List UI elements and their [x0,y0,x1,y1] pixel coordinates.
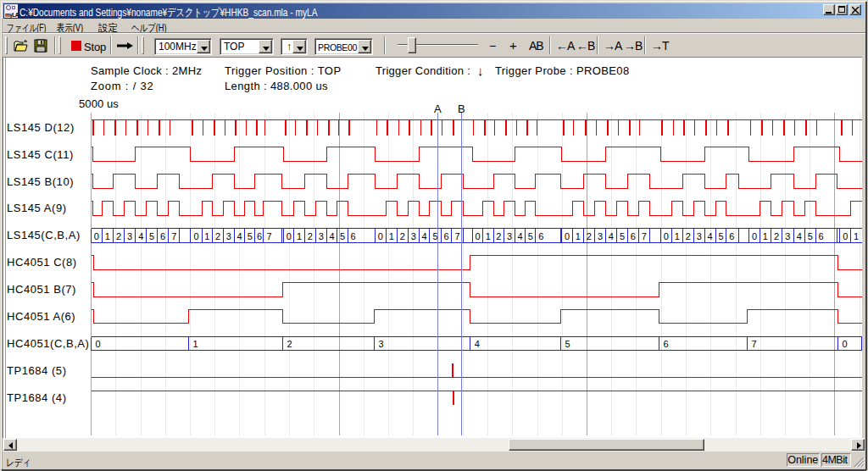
svg-text:4: 4 [707,231,712,241]
svg-text:7: 7 [642,231,647,241]
svg-text:6: 6 [819,231,824,241]
svg-text:1: 1 [389,231,394,241]
svg-text:0: 0 [94,231,99,241]
svg-text:0: 0 [752,231,757,241]
svg-text:5: 5 [565,339,570,349]
svg-text:0: 0 [843,339,848,349]
svg-text:LS145 A(9): LS145 A(9) [7,202,67,214]
svg-text:1: 1 [576,231,581,241]
svg-text:1: 1 [204,231,209,241]
svg-text:1: 1 [193,339,198,349]
svg-text:3: 3 [379,339,384,349]
svg-text:5: 5 [718,231,723,241]
svg-text:1: 1 [675,231,680,241]
svg-text:2: 2 [400,231,405,241]
svg-text:A: A [434,103,442,115]
svg-text:LS145 D(12): LS145 D(12) [7,121,75,134]
svg-text:7: 7 [266,231,271,241]
svg-text:3: 3 [507,231,512,241]
svg-text:6: 6 [631,231,636,241]
svg-text:1: 1 [763,231,768,241]
svg-text:0: 0 [378,231,383,241]
svg-text:3: 3 [411,231,416,241]
svg-text:4: 4 [138,231,143,241]
svg-text:LS145(C,B,A): LS145(C,B,A) [7,229,81,241]
svg-text:2: 2 [496,231,501,241]
svg-text:TP1684 (5): TP1684 (5) [7,364,67,377]
svg-text:0: 0 [565,231,570,241]
svg-text:2: 2 [686,231,691,241]
svg-text:3: 3 [226,231,231,241]
svg-text:TP1684 (4): TP1684 (4) [7,391,67,404]
svg-text:HC4051 B(7): HC4051 B(7) [7,283,76,296]
svg-text:LS145 B(10): LS145 B(10) [7,175,74,188]
svg-text:4: 4 [236,231,242,241]
svg-text:B: B [458,103,465,115]
svg-text:5: 5 [432,231,437,241]
svg-text:3: 3 [127,231,132,241]
svg-text:0: 0 [287,231,292,241]
svg-text:4: 4 [797,231,802,241]
svg-text:6: 6 [443,231,448,241]
svg-text:2: 2 [587,231,592,241]
svg-text:6: 6 [257,231,262,241]
svg-text:6: 6 [160,231,165,241]
svg-text:Length : 488.000 us: Length : 488.000 us [225,80,328,92]
svg-text:7: 7 [171,231,176,241]
svg-text:Trigger Position : TOP: Trigger Position : TOP [225,64,342,77]
svg-text:6: 6 [664,339,669,349]
svg-text:5: 5 [149,231,154,241]
svg-text:3: 3 [598,231,603,241]
svg-text:4: 4 [609,231,614,241]
svg-text:5: 5 [808,231,813,241]
svg-text:2: 2 [215,231,220,241]
svg-text:HC4051(C,B,A): HC4051(C,B,A) [7,337,89,350]
svg-text:Sample Clock : 2MHz: Sample Clock : 2MHz [91,64,202,77]
svg-text:5: 5 [620,231,625,241]
svg-text:5: 5 [528,231,533,241]
svg-text:6: 6 [538,231,543,241]
svg-text:HC4051 A(6): HC4051 A(6) [7,310,75,323]
svg-text:2: 2 [308,231,313,241]
svg-text:7: 7 [752,339,757,349]
svg-text:0: 0 [843,231,848,241]
svg-text:6: 6 [729,231,734,241]
svg-text:2: 2 [287,339,292,349]
svg-text:Trigger Probe : PROBE08: Trigger Probe : PROBE08 [495,64,630,77]
svg-text:3: 3 [697,231,702,241]
svg-text:HC4051 C(8): HC4051 C(8) [7,256,77,269]
svg-text:3: 3 [785,231,790,241]
svg-text:5: 5 [340,231,345,241]
svg-text:2: 2 [774,231,779,241]
svg-text:Trigger Condition :: Trigger Condition : [376,64,470,77]
svg-text:7: 7 [454,231,459,241]
svg-text:0: 0 [664,231,669,241]
svg-text:3: 3 [319,231,324,241]
svg-text:1: 1 [105,231,110,241]
svg-text:4: 4 [330,231,335,241]
svg-text:0: 0 [475,231,480,241]
svg-text:1: 1 [854,231,859,241]
svg-text:6: 6 [351,231,356,241]
svg-text:4: 4 [517,231,522,241]
svg-text:0: 0 [193,231,198,241]
svg-text:4: 4 [422,231,427,241]
svg-text:1: 1 [486,231,491,241]
svg-text:Zoom : / 32: Zoom : / 32 [91,80,154,92]
svg-text:LS145 C(11): LS145 C(11) [7,148,74,161]
svg-text:4: 4 [475,339,480,349]
svg-text:2: 2 [116,231,121,241]
svg-text:5: 5 [248,231,253,241]
svg-text:5000 us: 5000 us [79,97,119,110]
svg-text:↓: ↓ [477,64,484,78]
svg-text:0: 0 [96,339,101,349]
svg-text:1: 1 [297,231,302,241]
